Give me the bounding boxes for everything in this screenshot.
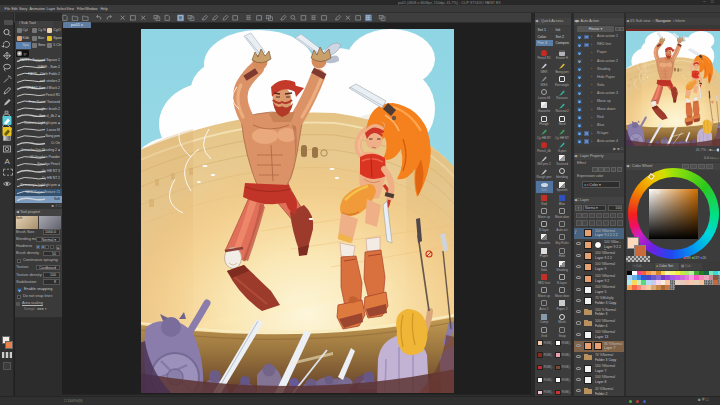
svg-text:A: A: [5, 157, 11, 166]
